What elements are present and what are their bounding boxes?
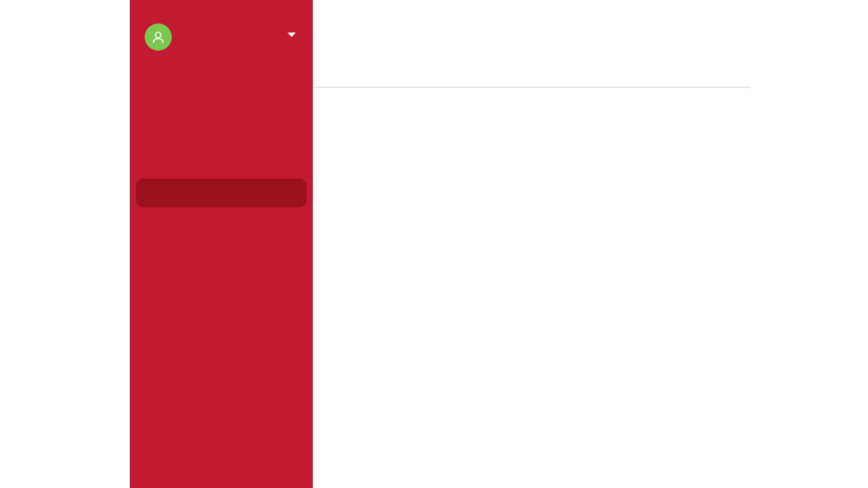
sidebar [130,0,313,488]
sidebar-item-student-life[interactable] [136,178,307,207]
sidebar-item-community[interactable] [136,372,307,401]
sidebar-item-academic-graduate[interactable] [136,146,307,175]
header-divider [313,87,751,88]
sidebar-item-career[interactable] [136,308,307,337]
sidebar-item-qualifications[interactable] [136,276,307,305]
sidebar-item-home[interactable] [136,81,307,110]
user-icon [151,29,166,45]
sidebar-item-tuition-scholarship[interactable] [136,340,307,369]
sidebar-item-campus-facilities[interactable] [136,405,307,434]
avatar[interactable] [145,23,172,51]
chevron-down-icon[interactable] [288,33,296,37]
sidebar-item-file-share[interactable] [136,437,307,466]
sidebar-item-study-abroad[interactable] [136,211,307,239]
app-root [0,0,868,488]
sidebar-item-academic-undergrad[interactable] [136,114,307,143]
sidebar-item-teaching-cert[interactable] [136,243,307,272]
